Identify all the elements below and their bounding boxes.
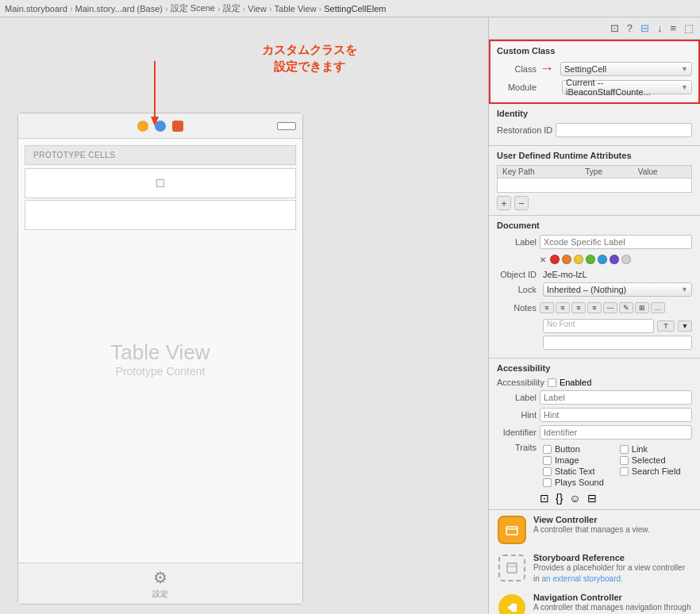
edit-button[interactable]: ✎ <box>619 302 633 313</box>
jp-annotation: カスタムクラスを 設定できます <box>262 41 357 75</box>
more-button[interactable]: ... <box>651 302 665 313</box>
trait-link: Link <box>620 444 681 454</box>
color-dot-green[interactable] <box>586 255 595 264</box>
trait-selected-checkbox[interactable] <box>620 456 629 465</box>
class-value: SettingCell <box>564 64 606 74</box>
sb-desc: Provides a placeholder for a view contro… <box>533 562 692 585</box>
user-defined-section: User Defined Runtime Attributes Key Path… <box>489 146 700 216</box>
panel-identity-icon[interactable]: ⊟ <box>640 22 649 34</box>
dash-button[interactable]: --- <box>603 302 617 313</box>
breadcrumb-bar: Main.storyboard › Main.story...ard (Base… <box>0 0 700 17</box>
color-dot-red[interactable] <box>550 255 560 264</box>
main-content: カスタムクラスを 設定できます PROTOTYPE CELLS <box>0 17 700 614</box>
nav-svg <box>504 600 520 614</box>
nav-title: Navigation Controller <box>533 593 692 602</box>
acc-hint-label: Hint <box>497 410 537 420</box>
font-field[interactable]: No Font <box>543 319 654 333</box>
breadcrumb-item-0[interactable]: Main.storyboard <box>5 4 67 13</box>
table-cell-row-2[interactable] <box>25 200 296 230</box>
lock-dropdown[interactable]: Inherited – (Nothing) ▼ <box>543 282 692 297</box>
color-dot-blue[interactable] <box>598 255 607 264</box>
align-justify-button[interactable]: ≡ <box>587 302 602 313</box>
close-icon[interactable]: ✕ <box>540 255 546 264</box>
trait-link-checkbox[interactable] <box>620 445 629 454</box>
svg-marker-6 <box>507 603 513 612</box>
trait-static-text-checkbox[interactable] <box>543 467 552 476</box>
canvas-panel: カスタムクラスを 設定できます PROTOTYPE CELLS <box>0 17 488 614</box>
breadcrumb-item-6[interactable]: SettingCellElem <box>324 4 386 13</box>
trait-search-field: Search Field <box>620 466 681 476</box>
table-row <box>498 178 692 193</box>
trait-image: Image <box>543 455 604 465</box>
notes-label: Notes <box>497 303 537 313</box>
nav-desc: A controller that manages navigation thr… <box>533 602 692 614</box>
acc-square-icon[interactable]: ⊟ <box>587 492 597 505</box>
trait-search-field-checkbox[interactable] <box>620 467 629 476</box>
breadcrumb-item-2[interactable]: 設定 Scene <box>171 2 215 14</box>
trait-plays-sound-checkbox[interactable] <box>543 478 552 487</box>
acc-code-icon[interactable]: {} <box>556 492 563 505</box>
font-more-button[interactable]: ▼ <box>678 320 692 332</box>
color-dot-purple[interactable] <box>610 255 619 264</box>
module-dropdown[interactable]: Current -- iBeaconStaffCounte... ▼ <box>562 80 692 94</box>
trait-image-checkbox[interactable] <box>543 456 552 465</box>
accessibility-label: Accessibility <box>497 378 544 387</box>
sb-desc-blue: an external storyboard. <box>542 574 623 583</box>
accessibility-enabled-row: Accessibility Enabled <box>497 378 692 387</box>
font-row: No Font T ▼ <box>497 319 692 333</box>
traits-grid: Button Link Image Selected <box>543 444 681 487</box>
panel-help-icon[interactable]: ? <box>627 22 633 34</box>
breadcrumb-item-4[interactable]: View <box>248 4 267 13</box>
acc-label-label: Label <box>497 393 537 402</box>
color-dot-gray[interactable] <box>621 255 631 264</box>
font-style-button[interactable]: T <box>657 320 675 332</box>
acc-label-input[interactable] <box>540 390 692 405</box>
align-center-button[interactable]: ≡ <box>556 302 570 313</box>
accessibility-checkbox[interactable] <box>548 378 556 387</box>
sb-text: Storyboard Reference Provides a placehol… <box>533 553 692 585</box>
vc-svg <box>504 522 520 538</box>
breadcrumb-item-5[interactable]: Table View <box>275 4 317 13</box>
annotation-arrow <box>123 61 187 132</box>
class-dropdown[interactable]: SettingCell ▼ <box>560 62 692 76</box>
align-left-button[interactable]: ≡ <box>540 302 554 313</box>
color-dots: ✕ <box>540 255 631 264</box>
notes-text-area[interactable] <box>543 336 692 350</box>
vc-icon-shape <box>498 516 526 544</box>
color-dot-yellow[interactable] <box>574 255 583 264</box>
accessibility-section: Accessibility Accessibility Enabled Labe… <box>489 359 700 510</box>
panel-doc-icon[interactable]: ⊡ <box>610 22 619 34</box>
table-cell-row-1[interactable] <box>25 168 296 198</box>
library-item-view-controller[interactable]: View Controller A controller that manage… <box>497 515 692 545</box>
breadcrumb-item-1[interactable]: Main.story...ard (Base) <box>75 4 163 13</box>
class-field-row: Class → SettingCell ▼ <box>497 60 692 77</box>
breadcrumb-item-3[interactable]: 設定 <box>223 2 240 14</box>
doc-label-label: Label <box>497 237 537 247</box>
col-keypath: Key Path <box>498 166 581 178</box>
add-attribute-button[interactable]: + <box>497 196 511 210</box>
acc-doc-icon[interactable]: ⊡ <box>540 492 549 505</box>
trait-plays-sound: Plays Sound <box>543 478 604 487</box>
acc-face-icon[interactable]: ☺ <box>569 492 580 505</box>
panel-down-icon[interactable]: ↓ <box>657 22 663 34</box>
align-right-button[interactable]: ≡ <box>571 302 586 313</box>
panel-share-icon[interactable]: ⬚ <box>684 22 694 34</box>
remove-attribute-button[interactable]: − <box>514 196 529 210</box>
svg-rect-2 <box>506 527 517 535</box>
trait-button-checkbox[interactable] <box>543 445 552 454</box>
grid-button[interactable]: ⊞ <box>635 302 649 313</box>
object-id-row: Object ID JeE-mo-lzL <box>497 270 692 279</box>
library-item-storyboard-reference[interactable]: Storyboard Reference Provides a placehol… <box>497 553 692 585</box>
restoration-id-input[interactable] <box>556 123 692 137</box>
accessibility-title: Accessibility <box>497 363 692 373</box>
acc-hint-input[interactable] <box>540 408 692 422</box>
acc-identifier-input[interactable] <box>540 425 692 439</box>
doc-label-input[interactable] <box>540 235 692 249</box>
iphone-status-bar <box>277 122 296 130</box>
sb-icon-shape <box>498 555 525 581</box>
panel-slider-icon[interactable]: ≡ <box>670 22 676 34</box>
module-field-row: Module Current -- iBeaconStaffCounte... … <box>497 80 692 94</box>
iphone-mockup: PROTOTYPE CELLS Table View Prototype Con… <box>17 113 303 604</box>
library-item-navigation-controller[interactable]: Navigation Controller A controller that … <box>497 593 692 614</box>
color-dot-orange[interactable] <box>562 255 571 264</box>
